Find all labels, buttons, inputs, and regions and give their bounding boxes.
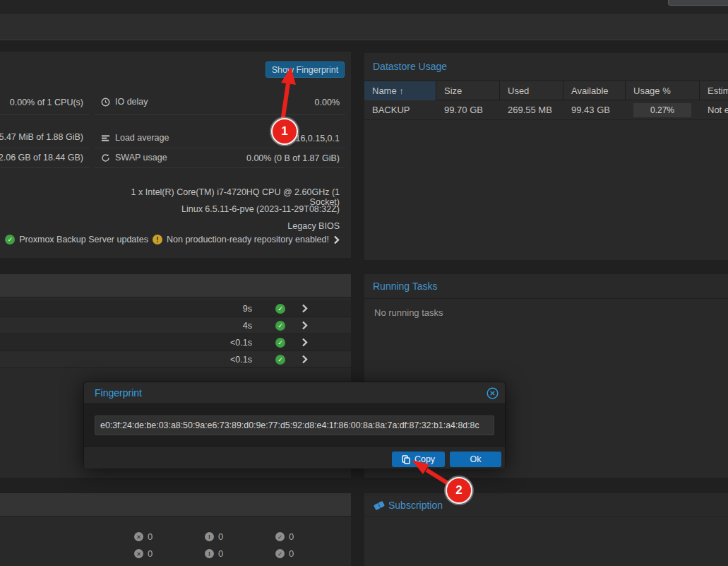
task-duration: 4s	[0, 317, 252, 334]
close-icon[interactable]	[487, 387, 499, 399]
updates-status-row[interactable]: ✓ Proxmox Backup Server updates ! Non pr…	[0, 233, 340, 246]
task-summary-header	[0, 493, 351, 517]
task-ok-icon: ✓	[275, 321, 285, 331]
datastore-estimated-full: Not enough data	[700, 100, 728, 120]
book-icon	[674, 0, 678, 2]
column-header-used[interactable]: Used	[500, 81, 563, 101]
warning-count[interactable]: !0	[205, 531, 223, 542]
datastore-row[interactable]: BACKUP 99.70 GB 269.55 MB 99.43 GB 0.27%…	[364, 100, 728, 120]
swap-usage-value: 0.00% (0 B of 1.87 GiB)	[101, 153, 340, 163]
repo-warning-label: Non production-ready repository enabled!	[167, 235, 329, 244]
task-row[interactable]: 4s ✓	[0, 317, 351, 334]
task-ok-icon: ✓	[275, 304, 285, 314]
check-circle-icon: ✓	[5, 235, 15, 244]
ok-count[interactable]: ✓0	[275, 548, 294, 559]
task-duration: <0.1s	[0, 351, 252, 368]
fingerprint-dialog: Fingerprint Copy Ok	[83, 382, 506, 468]
copy-button[interactable]: Copy	[392, 452, 445, 467]
column-header-usage[interactable]: Usage %	[626, 81, 700, 101]
no-running-tasks-text: No running tasks	[374, 307, 443, 318]
task-summary-panel: ✕0 !0 ✓0 ✕0 !0 ✓0	[0, 493, 351, 566]
warning-circle-icon: !	[205, 549, 214, 558]
task-row[interactable]: 9s ✓	[0, 300, 351, 317]
chevron-right-icon[interactable]	[302, 338, 308, 347]
disk-usage-value: 2.06 GB of 18.44 GB)	[0, 153, 83, 163]
chevron-right-icon[interactable]	[302, 355, 308, 364]
task-row[interactable]: <0.1s ✓	[0, 334, 351, 351]
error-count[interactable]: ✕0	[134, 548, 153, 559]
usage-progressbar: 0.27%	[633, 103, 691, 117]
dialog-footer: Copy Ok	[84, 446, 505, 468]
running-tasks-title: Running Tasks	[373, 281, 438, 292]
chevron-right-icon[interactable]	[302, 321, 308, 330]
ok-circle-icon: ✓	[275, 549, 285, 558]
subscription-panel: Subscription	[364, 493, 728, 566]
column-header-size[interactable]: Size	[436, 81, 500, 101]
task-ok-icon: ✓	[275, 338, 285, 348]
error-circle-icon: ✕	[134, 549, 143, 558]
secondary-bar	[0, 14, 728, 40]
datastore-used: 269.55 MB	[500, 100, 552, 120]
warning-circle-icon: !	[205, 532, 214, 541]
ok-circle-icon: ✓	[275, 532, 285, 541]
documentation-button[interactable]: Documentation	[668, 0, 728, 6]
sort-asc-icon: ↑	[399, 86, 404, 96]
ok-count[interactable]: ✓0	[275, 531, 294, 542]
task-duration: 9s	[0, 300, 252, 317]
ticket-icon	[373, 500, 386, 511]
column-header-available[interactable]: Available	[563, 81, 626, 101]
datastore-name: BACKUP	[364, 100, 410, 120]
io-delay-value: 0.00%	[101, 98, 340, 107]
show-fingerprint-button[interactable]: Show Fingerprint	[265, 61, 345, 78]
error-circle-icon: ✕	[134, 532, 143, 541]
warning-circle-icon: !	[153, 235, 162, 244]
fingerprint-field[interactable]	[95, 415, 494, 435]
warning-count[interactable]: !0	[205, 548, 223, 559]
datastore-available: 99.43 GB	[563, 100, 610, 120]
error-count[interactable]: ✕0	[134, 531, 153, 542]
documentation-label: Documentation	[682, 0, 728, 2]
task-ok-icon: ✓	[275, 355, 285, 365]
proxmox-backup-dashboard: Documentation Show Fingerprint 0.00% of …	[0, 0, 728, 566]
memory-usage-value: 5.47 MiB of 1.88 GiB)	[0, 132, 83, 142]
boot-mode-info: Legacy BIOS	[101, 221, 340, 231]
chevron-right-icon	[333, 235, 340, 244]
chevron-right-icon[interactable]	[302, 304, 308, 313]
node-status-panel: Show Fingerprint 0.00% of 1 CPU(s) 5.47 …	[0, 52, 351, 258]
annotation-step-2: 2	[446, 477, 472, 504]
column-header-name[interactable]: Name ↑	[364, 81, 436, 101]
summary-row: ✕0 !0 ✓0	[0, 531, 351, 544]
summary-row: ✕0 !0 ✓0	[0, 548, 351, 561]
column-header-estimated[interactable]: Estimated Full	[700, 81, 728, 101]
updates-label: Proxmox Backup Server updates	[19, 235, 148, 244]
kernel-version-info: Linux 6.5.11-6-pve (2023-11-29T08:32Z)	[101, 204, 340, 214]
datastore-usage-title: Datastore Usage	[373, 61, 447, 72]
load-average-value: 0.16,0.15,0.1	[101, 134, 340, 143]
copy-icon	[402, 455, 410, 464]
task-row[interactable]: <0.1s ✓	[0, 351, 351, 368]
annotation-step-1: 1	[271, 118, 298, 145]
dialog-header[interactable]: Fingerprint	[84, 382, 505, 404]
ok-button[interactable]: Ok	[450, 452, 501, 467]
datastore-table-header: Name ↑ Size Used Available Usage % Estim…	[364, 81, 728, 100]
cpu-usage-value: 0.00% of 1 CPU(s)	[0, 98, 83, 107]
dialog-title: Fingerprint	[95, 387, 142, 399]
datastore-usage-panel: Datastore Usage Name ↑ Size Used Availab…	[364, 53, 728, 260]
subscription-title: Subscription	[388, 500, 443, 511]
task-duration: <0.1s	[0, 334, 252, 351]
top-bar: Documentation	[0, 0, 728, 14]
recent-tasks-header	[0, 274, 351, 297]
datastore-size: 99.70 GB	[436, 100, 483, 120]
